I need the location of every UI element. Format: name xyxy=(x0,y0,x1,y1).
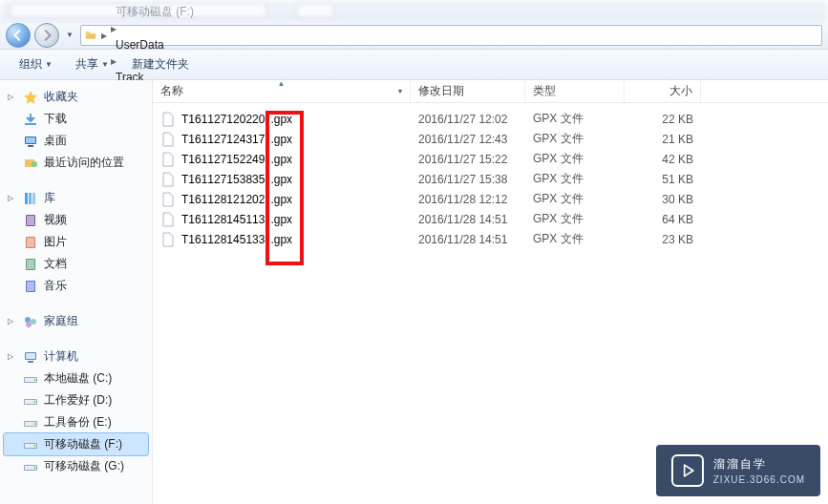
file-type: GPX 文件 xyxy=(525,151,625,167)
nav-back-button[interactable] xyxy=(6,23,31,48)
sidebar-item-label: 本地磁盘 (C:) xyxy=(44,370,112,387)
svg-rect-22 xyxy=(28,361,33,363)
computer-icon xyxy=(23,349,38,365)
svg-rect-8 xyxy=(32,193,35,204)
drive-icon xyxy=(23,156,38,171)
file-ext: .gpx xyxy=(270,153,292,166)
sort-asc-icon: ▲ xyxy=(278,79,286,88)
homegroup-icon xyxy=(23,314,38,329)
col-size[interactable]: 大小 xyxy=(625,80,701,102)
file-size: 22 KB xyxy=(625,113,701,126)
svg-marker-38 xyxy=(684,465,692,476)
sidebar-item-label: 工作爱好 (D:) xyxy=(44,392,112,409)
svg-rect-0 xyxy=(25,123,36,125)
svg-point-19 xyxy=(26,322,32,327)
drive-icon xyxy=(23,213,38,228)
col-name[interactable]: 名称▲▾ xyxy=(153,80,411,102)
file-type: GPX 文件 xyxy=(525,171,625,187)
drive-icon xyxy=(23,112,38,127)
sidebar-item[interactable]: 图片 xyxy=(4,231,148,253)
file-row[interactable]: T161128145133.gpx 2016/11/28 14:51 GPX 文… xyxy=(153,229,828,249)
sidebar-item[interactable]: 可移动磁盘 (G:) xyxy=(4,455,148,477)
svg-point-17 xyxy=(25,317,31,323)
file-row[interactable]: T161128121202.gpx 2016/11/28 12:12 GPX 文… xyxy=(153,189,828,209)
drive-icon xyxy=(23,393,38,409)
file-size: 42 KB xyxy=(625,153,701,166)
file-ext: .gpx xyxy=(270,233,292,246)
file-date: 2016/11/28 14:51 xyxy=(411,233,525,246)
chevron-right-icon: ▸ xyxy=(110,22,117,35)
file-ext: .gpx xyxy=(270,213,292,226)
file-date: 2016/11/28 14:51 xyxy=(411,213,525,226)
sidebar-item-label: 可移动磁盘 (F:) xyxy=(44,436,122,452)
drive-icon xyxy=(23,257,38,272)
svg-rect-12 xyxy=(27,238,34,247)
nav-forward-button[interactable] xyxy=(34,23,59,48)
file-icon xyxy=(160,192,176,207)
share-button[interactable]: 共享▼ xyxy=(66,52,118,76)
nav-history-dropdown[interactable]: ▼ xyxy=(63,31,76,39)
drive-icon xyxy=(23,371,38,387)
sidebar-item[interactable]: 下载 xyxy=(4,108,148,130)
svg-rect-6 xyxy=(25,193,28,204)
svg-rect-2 xyxy=(26,137,35,143)
sidebar-item[interactable]: 视频 xyxy=(4,209,148,231)
file-type: GPX 文件 xyxy=(525,191,625,207)
sidebar-item-label: 视频 xyxy=(44,212,67,228)
col-date[interactable]: 修改日期 xyxy=(411,80,525,102)
file-size: 64 KB xyxy=(625,213,701,226)
file-size: 23 KB xyxy=(625,233,701,246)
sidebar-item-label: 音乐 xyxy=(44,278,67,294)
sidebar-item[interactable]: 最近访问的位置 xyxy=(4,152,148,174)
organize-button[interactable]: 组织▼ xyxy=(10,52,62,76)
breadcrumb: ▸ 计算机▸可移动磁盘 (F:)▸UserData▸Track▸ xyxy=(80,25,822,46)
sidebar-group-computer: ▷ 计算机 本地磁盘 (C:)工作爱好 (D:)工具备份 (E:)可移动磁盘 (… xyxy=(4,346,148,477)
sidebar-label: 计算机 xyxy=(44,348,78,365)
file-row[interactable]: T161127152249.gpx 2016/11/27 15:22 GPX 文… xyxy=(153,149,828,169)
file-ext: .gpx xyxy=(270,133,292,146)
new-folder-button[interactable]: 新建文件夹 xyxy=(122,52,199,76)
watermark-title: 溜溜自学 xyxy=(713,457,767,471)
col-type[interactable]: 类型 xyxy=(525,80,625,102)
file-row[interactable]: T161128145113.gpx 2016/11/28 14:51 GPX 文… xyxy=(153,209,828,229)
file-ext: .gpx xyxy=(270,193,292,206)
file-name: T161127120220 xyxy=(181,113,265,126)
svg-point-18 xyxy=(31,319,36,325)
sidebar-item-label: 最近访问的位置 xyxy=(44,155,124,171)
sidebar-item[interactable]: 工具备份 (E:) xyxy=(4,411,148,433)
svg-rect-21 xyxy=(26,353,35,359)
breadcrumb-segment[interactable]: UserData xyxy=(110,35,200,54)
sidebar-item[interactable]: 音乐 xyxy=(4,275,148,297)
sidebar-item[interactable]: 桌面 xyxy=(4,130,148,152)
sidebar-head-computer[interactable]: ▷ 计算机 xyxy=(4,346,148,368)
file-date: 2016/11/27 15:38 xyxy=(411,173,525,186)
file-row[interactable]: T161127153835.gpx 2016/11/27 15:38 GPX 文… xyxy=(153,169,828,189)
file-date: 2016/11/28 12:12 xyxy=(411,193,525,206)
sidebar-head-homegroup[interactable]: ▷ 家庭组 xyxy=(4,310,148,332)
file-name: T161127153835 xyxy=(181,173,265,186)
sidebar-item-label: 图片 xyxy=(44,234,67,250)
sidebar-item-label: 文档 xyxy=(44,256,67,272)
sidebar-item[interactable]: 可移动磁盘 (F:) xyxy=(4,433,148,455)
star-icon xyxy=(23,90,38,105)
sidebar-item-label: 下载 xyxy=(44,111,67,127)
file-row[interactable]: T161127120220.gpx 2016/11/27 12:02 GPX 文… xyxy=(153,109,828,129)
sidebar-head-libraries[interactable]: ▷ 库 xyxy=(4,187,148,209)
file-type: GPX 文件 xyxy=(525,111,625,127)
sidebar-group-libraries: ▷ 库 视频图片文档音乐 xyxy=(4,187,148,297)
sidebar-label: 库 xyxy=(44,190,55,206)
file-type: GPX 文件 xyxy=(525,211,625,227)
sidebar-head-favorites[interactable]: ▷ 收藏夹 xyxy=(4,86,148,108)
sidebar-item[interactable]: 工作爱好 (D:) xyxy=(4,389,148,411)
file-type: GPX 文件 xyxy=(525,131,625,147)
file-size: 30 KB xyxy=(625,193,701,206)
svg-rect-14 xyxy=(27,260,34,269)
sidebar-label: 家庭组 xyxy=(44,313,78,329)
file-name: T161128145113 xyxy=(181,213,265,226)
navigation-pane: ▷ 收藏夹 下载桌面最近访问的位置 ▷ 库 视频图片文档音乐 ▷ 家庭组 ▷ xyxy=(0,80,153,504)
drive-icon xyxy=(23,459,38,474)
sidebar-item[interactable]: 文档 xyxy=(4,253,148,275)
file-row[interactable]: T161127124317.gpx 2016/11/27 12:43 GPX 文… xyxy=(153,129,828,149)
file-icon xyxy=(160,172,176,187)
sidebar-item[interactable]: 本地磁盘 (C:) xyxy=(4,368,148,389)
